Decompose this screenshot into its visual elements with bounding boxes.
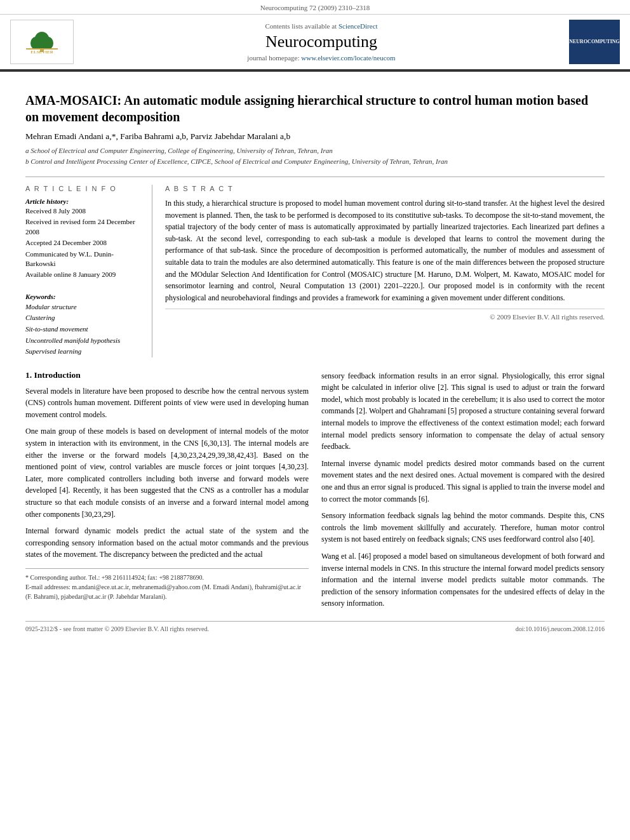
bottom-bar: 0925-2312/$ - see front matter © 2009 El… <box>25 621 605 632</box>
article-authors: Mehran Emadi Andani a,*, Fariba Bahrami … <box>25 131 605 142</box>
article-content: AMA-MOSAICI: An automatic module assigni… <box>0 79 630 651</box>
keywords-list: Modular structureClusteringSit-to-stand … <box>25 302 142 357</box>
body-right-col: sensory feedback information results in … <box>321 370 605 615</box>
body-left-col: 1. Introduction Several models in litera… <box>25 370 309 615</box>
affiliation-b: b Control and Intelligent Processing Cen… <box>25 156 605 167</box>
journal-homepage-link[interactable]: www.elsevier.com/locate/neucom <box>301 54 395 62</box>
abstract-column: A B S T R A C T In this study, a hierarc… <box>165 185 605 357</box>
keyword-item: Sit-to-stand movement <box>25 324 142 335</box>
svg-text:ELSEVIER: ELSEVIER <box>30 50 53 55</box>
journal-banner: ELSEVIER Contents lists available at Sci… <box>0 15 630 70</box>
footnote-star: * Corresponding author. Tel.: +98 216111… <box>25 573 309 582</box>
section1r-para2: Internal inverse dynamic model predicts … <box>321 458 605 505</box>
keywords-label: Keywords: <box>25 293 142 300</box>
article-info-abstract: A R T I C L E I N F O Article history: R… <box>25 177 605 357</box>
elsevier-logo-container: ELSEVIER <box>10 20 80 64</box>
section1-para1: Several models in literature have been p… <box>25 385 309 421</box>
svg-point-3 <box>43 37 53 50</box>
article-affiliations: a School of Electrical and Computer Engi… <box>25 145 605 166</box>
accepted-date: Accepted 24 December 2008 <box>25 238 142 248</box>
issn-info: 0925-2312/$ - see front matter © 2009 El… <box>25 625 209 632</box>
journal-title: Neurocomputing <box>80 32 563 51</box>
available-online: Available online 8 January 2009 <box>25 270 142 279</box>
footnote-divider <box>25 568 309 569</box>
section1r-para1: sensory feedback information results in … <box>321 370 605 453</box>
keyword-item: Clustering <box>25 312 142 324</box>
article-title: AMA-MOSAICI: An automatic module assigni… <box>25 92 605 125</box>
sciencedirect-link: Contents lists available at ScienceDirec… <box>80 22 563 30</box>
article-info-heading: A R T I C L E I N F O <box>25 185 142 192</box>
section1-para3: Internal forward dynamic models predict … <box>25 525 309 561</box>
neurocomputing-badge: NEUROCOMPUTING <box>569 20 620 64</box>
journal-homepage: journal homepage: www.elsevier.com/locat… <box>80 54 563 62</box>
abstract-text: In this study, a hierarchical structure … <box>165 197 605 303</box>
section1r-para3: Sensory information feedback signals lag… <box>321 510 605 545</box>
section1r-para4: Wang et al. [46] proposed a model based … <box>321 550 605 610</box>
journal-citation: Neurocomputing 72 (2009) 2310–2318 <box>0 0 630 15</box>
received-revised-label: Received in revised form 24 December 200… <box>25 217 142 237</box>
journal-banner-center: Contents lists available at ScienceDirec… <box>80 22 563 62</box>
elsevier-logo: ELSEVIER <box>10 20 74 64</box>
keyword-item: Modular structure <box>25 302 142 313</box>
copyright-line: © 2009 Elsevier B.V. All rights reserved… <box>165 309 605 321</box>
journal-badge-container: NEUROCOMPUTING <box>563 20 620 64</box>
banner-divider <box>0 70 630 72</box>
section1-title: 1. Introduction <box>25 370 309 380</box>
keyword-item: Uncontrolled manifold hypothesis <box>25 335 142 347</box>
communicated-by: Communicated by W.L. Dunin-Barkowski <box>25 250 142 269</box>
doi-info: doi:10.1016/j.neucom.2008.12.016 <box>516 625 605 632</box>
history-label: Article history: <box>25 197 142 205</box>
article-info-column: A R T I C L E I N F O Article history: R… <box>25 185 152 357</box>
keyword-item: Supervised learning <box>25 346 142 357</box>
abstract-heading: A B S T R A C T <box>165 185 605 192</box>
section1-para2: One main group of these models is based … <box>25 425 309 520</box>
svg-point-2 <box>30 37 41 50</box>
footnote-emails: E-mail addresses: m.andani@ece.ut.ac.ir,… <box>25 582 309 601</box>
elsevier-tree-icon: ELSEVIER <box>23 27 61 55</box>
body-columns: 1. Introduction Several models in litera… <box>25 370 605 615</box>
sciencedirect-anchor[interactable]: ScienceDirect <box>338 22 378 30</box>
affiliation-a: a School of Electrical and Computer Engi… <box>25 145 605 156</box>
received-date: Received 8 July 2008 <box>25 206 142 216</box>
